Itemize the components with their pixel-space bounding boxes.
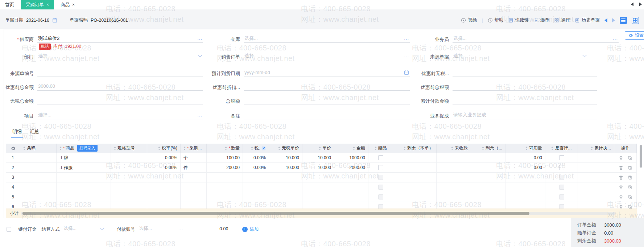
cell-available[interactable]: 0.00 [505, 153, 545, 163]
sort-icon[interactable] [158, 147, 160, 150]
cell-gift[interactable] [368, 192, 393, 202]
cell-noTaxPrice[interactable] [269, 182, 302, 192]
sort-icon[interactable] [23, 147, 25, 150]
cell-qty[interactable]: 100.00 [207, 153, 243, 163]
sort-icon[interactable] [353, 147, 355, 150]
sort-icon[interactable] [114, 147, 116, 150]
cell-qty[interactable] [207, 192, 243, 202]
cell-barcode[interactable] [20, 182, 57, 192]
cell-gift[interactable] [368, 153, 393, 163]
cell-unreceived[interactable] [437, 153, 471, 163]
cell-unreceived[interactable] [437, 182, 471, 192]
cell-price[interactable] [302, 182, 334, 192]
cell-op[interactable] [614, 173, 637, 182]
sort-icon[interactable] [225, 147, 227, 150]
pre-discount-notax-input[interactable] [453, 69, 597, 77]
cell-qty[interactable] [207, 173, 243, 182]
cell-taxRate[interactable]: 0.00% [147, 153, 181, 163]
cell-remainCur[interactable] [393, 173, 437, 182]
sort-icon[interactable] [278, 147, 280, 150]
sort-icon[interactable] [319, 147, 321, 150]
delete-row-icon[interactable] [619, 156, 623, 160]
toolbar-action-pick-order[interactable]: 选单 [533, 17, 549, 23]
account-select[interactable]: 选择... ... [138, 225, 185, 233]
close-icon[interactable]: × [46, 2, 49, 7]
cell-op[interactable] [614, 153, 637, 163]
scroll-tabs-right-icon[interactable] [639, 3, 642, 6]
cell-remainOther[interactable] [471, 173, 505, 182]
cell-remainCur[interactable] [393, 163, 437, 173]
copy-row-icon[interactable] [628, 165, 632, 170]
cell-barcode[interactable] [20, 153, 57, 163]
grid-columns-gear-icon[interactable] [6, 144, 20, 153]
chevron-down-icon[interactable] [100, 226, 104, 230]
prev-doc-icon[interactable] [604, 18, 607, 22]
cell-tax[interactable] [243, 173, 269, 182]
cell-spec[interactable] [111, 182, 147, 192]
cell-available[interactable]: 0.00 [505, 163, 545, 173]
cell-gift[interactable] [368, 163, 393, 173]
cell-price[interactable]: 10.000 [302, 163, 334, 173]
sort-icon[interactable] [482, 147, 484, 150]
cell-spec[interactable] [111, 192, 147, 202]
sort-icon[interactable] [451, 147, 453, 150]
column-header-rowExec[interactable]: 是否行... [545, 144, 578, 153]
sort-icon[interactable] [551, 147, 553, 150]
cell-cumExec[interactable] [578, 163, 614, 173]
cell-spec[interactable] [111, 173, 147, 182]
cell-remainCur[interactable] [393, 202, 437, 209]
next-doc-icon[interactable] [612, 18, 615, 22]
cell-price[interactable] [302, 202, 334, 209]
pre-discount-tax-input[interactable] [453, 83, 597, 91]
cell-cumExec[interactable] [578, 173, 614, 182]
column-header-tax[interactable]: 税. [243, 144, 269, 153]
cell-remainOther[interactable] [471, 202, 505, 209]
cell-taxRate[interactable] [147, 202, 181, 209]
delete-row-icon[interactable] [619, 205, 623, 209]
cell-taxRate[interactable] [147, 182, 181, 192]
cell-tax[interactable] [243, 192, 269, 202]
chevron-down-icon[interactable] [582, 53, 586, 57]
column-header-remainCur[interactable]: 剩余（本单） [393, 144, 437, 153]
copy-row-icon[interactable] [628, 195, 632, 199]
cell-amount[interactable] [334, 173, 368, 182]
cell-noTaxPrice[interactable]: 10.000 [269, 163, 302, 173]
cell-op[interactable] [614, 182, 637, 192]
column-header-taxRate[interactable]: 税率(%) [147, 144, 181, 153]
calendar-icon[interactable] [52, 18, 57, 23]
cell-op[interactable] [614, 202, 637, 209]
cell-tax[interactable] [243, 182, 269, 192]
settlement-select[interactable]: 选择... [63, 225, 106, 233]
cell-tax[interactable]: 0.00% [243, 163, 269, 173]
copy-row-icon[interactable] [628, 175, 632, 180]
cell-barcode[interactable] [20, 173, 57, 182]
cell-product[interactable] [57, 202, 111, 209]
cell-cumExec[interactable] [578, 202, 614, 209]
rowExec-checkbox[interactable] [559, 155, 564, 160]
toolbar-action-history[interactable]: 历史单据 [575, 17, 600, 23]
cell-amount[interactable]: 1000.00 [334, 153, 368, 163]
scroll-tabs-left-icon[interactable] [631, 3, 633, 6]
sort-icon[interactable] [183, 147, 186, 150]
grid-view-icon[interactable] [632, 17, 639, 24]
cell-taxRate[interactable] [147, 192, 181, 202]
salesman-select[interactable]: 选择... ... [453, 35, 619, 43]
cell-product[interactable] [57, 173, 111, 182]
cell-idx[interactable]: 4 [6, 182, 20, 192]
delete-row-icon[interactable] [619, 175, 623, 180]
cell-product[interactable]: 工作服 [57, 163, 111, 173]
cell-noTaxPrice[interactable] [269, 202, 302, 209]
cell-spec[interactable] [111, 153, 147, 163]
cell-unreceived[interactable] [437, 192, 471, 202]
cell-barcode[interactable] [20, 163, 57, 173]
column-header-unit[interactable]: *采购... [181, 144, 207, 153]
delete-row-icon[interactable] [619, 195, 623, 199]
cell-gift[interactable] [368, 182, 393, 192]
cell-tax[interactable] [243, 202, 269, 209]
cell-rowExec[interactable] [545, 173, 578, 182]
tab-detail[interactable]: 明细 [11, 128, 23, 138]
cell-price[interactable]: 10.000 [302, 153, 334, 163]
sort-icon[interactable] [251, 147, 253, 150]
cell-cumExec[interactable] [578, 192, 614, 202]
cell-taxRate[interactable]: 0.00% [147, 163, 181, 173]
